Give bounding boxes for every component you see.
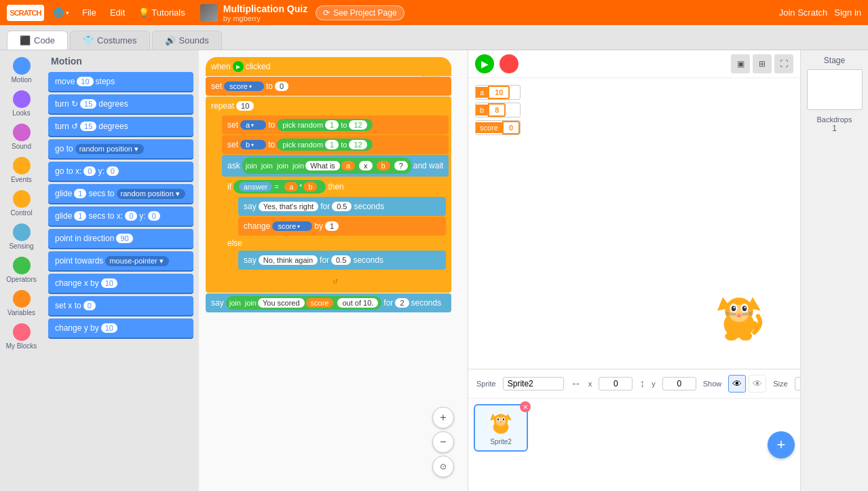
when-clicked-block[interactable]: when ▶ clicked	[206, 57, 451, 76]
if-block[interactable]: if answer = a * b	[222, 177, 449, 278]
category-operators[interactable]: Operators	[2, 254, 41, 286]
show-hidden-button[interactable]: 👁	[749, 375, 766, 393]
category-control[interactable]: Control	[2, 187, 41, 219]
tab-costumes[interactable]: 👕 Costumes	[70, 31, 150, 50]
set-a-block[interactable]: set a to pick random 1 to 12	[222, 115, 449, 134]
sec-val-1: 0.5	[332, 202, 352, 211]
b-dropdown[interactable]: b	[240, 140, 266, 149]
category-sensing[interactable]: Sensing	[2, 221, 41, 253]
condition-block: answer = a * b	[233, 180, 326, 194]
signin-link[interactable]: Sign in	[834, 7, 861, 18]
category-looks[interactable]: Looks	[2, 88, 41, 120]
block-point-dir[interactable]: point in direction 90	[48, 229, 193, 248]
show-visible-button[interactable]: 👁	[728, 375, 746, 393]
say-yes-block[interactable]: say Yes, that's right for 0.5 seconds	[238, 197, 446, 216]
block-change-x[interactable]: change x by 10	[48, 274, 193, 293]
green-flag-button[interactable]: ▶	[475, 54, 494, 73]
ask-block[interactable]: ask join join join join What i	[222, 155, 449, 177]
tab-sounds[interactable]: 🔊 Sounds	[152, 31, 222, 50]
script-group: when ▶ clicked set score to 0 repeat 10	[206, 57, 451, 313]
x-coord-icon: ↔	[571, 378, 582, 390]
else-block: else	[222, 236, 449, 250]
y-input[interactable]	[662, 377, 696, 390]
set-b-block[interactable]: set b to pick random 1 to 12	[222, 135, 449, 154]
x-join-val: x	[359, 161, 373, 170]
nav-right: Join Scratch Sign in	[779, 7, 861, 18]
block-set-x[interactable]: set x to 0	[48, 296, 193, 315]
script-canvas[interactable]: when ▶ clicked set score to 0 repeat 10	[199, 50, 468, 491]
stage-bottom: Sprite ↔ x ↕ y Show 👁 👁 Size Direction	[468, 369, 800, 491]
layout-buttons: ▣ ⊞ ⛶	[731, 54, 793, 73]
block-turn-left[interactable]: turn ↺ 15 degrees	[48, 117, 193, 136]
project-title-block: Multiplication Quiz by mgberry	[223, 3, 307, 22]
zoom-out-button[interactable]: −	[432, 431, 454, 453]
sensing-dot	[13, 223, 31, 241]
a-dropdown[interactable]: a	[240, 120, 266, 130]
category-myblocks[interactable]: My Blocks	[2, 321, 41, 352]
score-dropdown[interactable]: score	[224, 81, 264, 91]
large-stage-button[interactable]: ⊞	[753, 54, 772, 73]
block-glide-xy[interactable]: glide 1 secs to x: 0 y: 0	[48, 206, 193, 225]
globe-button[interactable]: 🌐 ▾	[50, 6, 73, 19]
change-score-block[interactable]: change score by 1	[238, 217, 446, 236]
repeat-block[interactable]: repeat 10 set a to pick random 1 t	[206, 96, 451, 293]
join-block-4: join What is a	[290, 160, 358, 171]
join-link[interactable]: Join Scratch	[779, 7, 828, 18]
globe-chevron: ▾	[66, 10, 69, 16]
stage-panel-label: Stage	[824, 56, 845, 65]
motion-dot	[13, 57, 31, 75]
a-mul-val: a	[284, 182, 298, 192]
stage-mini-preview[interactable]	[807, 69, 863, 110]
block-glide-to[interactable]: glide 1 secs to random position ▾	[48, 184, 193, 203]
show-buttons: 👁 👁	[728, 375, 766, 393]
category-sound[interactable]: Sound	[2, 121, 41, 153]
pick-random-b[interactable]: pick random 1 to 12	[277, 139, 372, 151]
score-dropdown-2[interactable]: score	[272, 221, 312, 231]
see-project-button[interactable]: ⟳ See Project Page	[316, 5, 404, 20]
score-zero-val: 0	[275, 81, 288, 91]
right-panel: ▶ ▣ ⊞ ⛶ a 10 b 8	[468, 50, 800, 491]
edit-menu[interactable]: Edit	[106, 6, 129, 19]
tutorials-link[interactable]: 💡 Tutorials	[134, 6, 189, 19]
sprite-name-input[interactable]	[503, 377, 564, 390]
say-no-block[interactable]: say No, think again for 0.5 seconds	[238, 251, 446, 270]
block-point-towards[interactable]: point towards mouse-pointer ▾	[48, 251, 193, 270]
block-goto-xy[interactable]: go to x: 0 y: 0	[48, 162, 193, 181]
add-sprite-button[interactable]: +	[768, 431, 795, 458]
stage-controls: ▶ ▣ ⊞ ⛶	[468, 50, 800, 78]
block-move[interactable]: move 10 steps	[48, 72, 193, 91]
category-motion[interactable]: Motion	[2, 54, 41, 86]
set-score-block[interactable]: set score to 0	[206, 77, 451, 96]
final-say-block[interactable]: say join join You scored score out of 10…	[206, 293, 451, 312]
block-goto[interactable]: go to random position ▾	[48, 139, 193, 158]
events-label: Events	[11, 176, 32, 183]
events-dot	[13, 157, 31, 175]
stop-button[interactable]	[499, 54, 518, 73]
size-label: Size	[773, 380, 787, 388]
scratch-logo[interactable]: SCRATCH	[7, 5, 44, 21]
clicked-text: clicked	[246, 62, 271, 71]
looks-dot	[13, 90, 31, 108]
blocks-list: Motion move 10 steps turn ↻ 15 degrees t…	[43, 50, 199, 491]
sound-dot	[13, 124, 31, 141]
category-variables[interactable]: Variables	[2, 287, 41, 319]
x-input[interactable]	[599, 377, 633, 390]
block-turn-right[interactable]: turn ↻ 15 degrees	[48, 94, 193, 113]
tab-code[interactable]: ⬛ Code	[7, 31, 68, 50]
pick-random-a[interactable]: pick random 1 to 12	[277, 119, 372, 131]
zoom-in-button[interactable]: +	[432, 407, 454, 429]
stage-area: ▶ ▣ ⊞ ⛶ a 10 b 8	[468, 50, 800, 369]
fullscreen-button[interactable]: ⛶	[774, 54, 793, 73]
sprite-delete-button[interactable]: ✕	[520, 401, 531, 412]
score-join-val: score	[306, 298, 334, 308]
code-icon: ⬛	[20, 35, 31, 46]
category-events[interactable]: Events	[2, 154, 41, 186]
sprite-thumb-1[interactable]: ✕ Sprite2	[474, 404, 528, 452]
sprites-list: ✕ Sprite2 +	[468, 399, 800, 491]
block-change-y[interactable]: change y by 10	[48, 319, 193, 338]
small-stage-button[interactable]: ▣	[731, 54, 750, 73]
file-menu[interactable]: File	[78, 6, 100, 19]
zoom-fit-button[interactable]: ⊙	[432, 456, 454, 477]
svg-point-30	[725, 332, 738, 341]
flag-hat-icon: ▶	[233, 61, 244, 72]
